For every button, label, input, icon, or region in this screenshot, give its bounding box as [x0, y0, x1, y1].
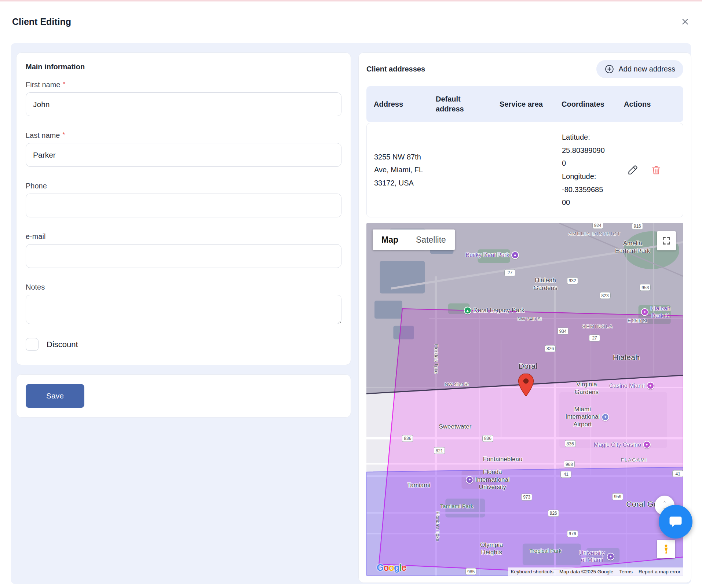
route-shield: 823 — [600, 292, 611, 299]
main-information-card: Main information First name* Last name* … — [16, 52, 351, 365]
client-editing-page: Client Editing Main information First na… — [0, 0, 702, 588]
first-name-label: First name* — [26, 81, 341, 89]
map-label: Fontainebleau — [483, 455, 523, 463]
discount-row: Discount — [26, 338, 341, 351]
address-cell: 3255 NW 87th Ave, Miami, FL 33172, USA — [367, 143, 429, 197]
page-title: Client Editing — [12, 16, 71, 27]
modal-header: Client Editing — [0, 1, 702, 42]
actions-cell — [617, 157, 683, 184]
delete-address-button[interactable] — [650, 164, 662, 176]
discount-label: Discount — [47, 340, 78, 349]
map-data-text: Map data ©2025 Google — [556, 567, 616, 576]
map-type-map-button[interactable]: Map — [373, 229, 407, 250]
route-shield: 821 — [434, 447, 445, 454]
keyboard-shortcuts-button[interactable]: Keyboard shortcuts — [508, 567, 556, 576]
map-label: Virginia Gardens — [575, 381, 599, 396]
last-name-label: Last name* — [26, 131, 341, 140]
map-type-satellite-button[interactable]: Satellite — [407, 229, 455, 250]
map-canvas[interactable]: AMELIA DISTRICTAmelia Earhart ParkBucky … — [366, 223, 683, 576]
map-label: Florida's Tpke — [433, 344, 439, 374]
edit-pencil-icon — [627, 164, 639, 176]
fullscreen-button[interactable] — [657, 231, 676, 250]
route-shield: 959 — [612, 493, 623, 500]
column-header-coordinates: Coordinates — [554, 96, 617, 113]
main-information-title: Main information — [26, 63, 341, 71]
route-shield: 934 — [557, 328, 568, 335]
map-label: Doral — [519, 361, 538, 371]
notes-textarea[interactable] — [26, 295, 341, 324]
map-label: Casino Miami✦ — [609, 382, 656, 390]
route-shield: 953 — [640, 284, 651, 291]
casino-poi-icon: ✦ — [647, 382, 654, 390]
route-shield: 973 — [521, 493, 532, 500]
client-addresses-card: Client addresses Add new address Address… — [358, 52, 691, 583]
save-button[interactable]: Save — [26, 384, 84, 408]
map-label: Tamiami Park — [440, 503, 474, 510]
route-shield: 41 — [672, 470, 683, 477]
pegman-button[interactable] — [657, 540, 675, 558]
park-poi-icon: ▲ — [464, 306, 471, 314]
save-card: Save — [16, 374, 351, 418]
route-shield: 836 — [482, 435, 493, 442]
plus-circle-icon — [604, 64, 614, 74]
route-shield: 41 — [560, 471, 571, 478]
address-row: 3255 NW 87th Ave, Miami, FL 33172, USA L… — [366, 123, 683, 217]
add-new-address-button[interactable]: Add new address — [596, 60, 683, 78]
map-label: E 25th St — [628, 318, 647, 324]
discount-checkbox[interactable] — [26, 338, 39, 351]
latitude-value: 25.803890900 — [562, 146, 605, 168]
phone-field-group: Phone — [26, 182, 341, 217]
map-label: Olympia Heights — [480, 541, 503, 556]
terms-link[interactable]: Terms — [616, 567, 636, 576]
park-poi-icon: ▲ — [511, 251, 519, 259]
route-shield: 968 — [564, 461, 575, 468]
addresses-table-header: Address Default address Service area Coo… — [366, 86, 683, 122]
column-header-default-address: Default address — [428, 91, 492, 118]
map-label: Coral Ga — [626, 499, 658, 508]
notes-label: Notes — [26, 283, 341, 291]
map-label: ▲Doral Legacy Park — [462, 306, 524, 314]
last-name-input[interactable] — [26, 143, 341, 167]
first-name-input[interactable] — [26, 92, 341, 116]
route-shield: 976 — [567, 530, 578, 537]
email-label: e-mail — [26, 232, 341, 241]
phone-input[interactable] — [26, 194, 341, 217]
chat-launcher-button[interactable] — [659, 505, 692, 539]
service-area-cell — [493, 163, 555, 177]
column-header-address: Address — [366, 96, 428, 113]
map-label: FLAGAMI — [621, 457, 647, 463]
map-label: ✦Florida International University — [464, 469, 510, 491]
map-label: SEMINOLA — [582, 324, 613, 330]
map-label: Miami International Airport✈ — [566, 406, 611, 429]
report-map-error-link[interactable]: Report a map error — [636, 567, 683, 576]
route-shield: 826 — [545, 345, 556, 352]
latitude-label: Latitude: — [562, 133, 590, 141]
fullscreen-icon — [662, 236, 671, 246]
map-label: NW 74th St — [518, 316, 542, 322]
airport-poi-icon: ✈ — [602, 414, 609, 421]
email-input[interactable] — [26, 244, 341, 268]
default-address-cell — [429, 163, 493, 177]
map-label: ✦Hialeah Park C — [639, 305, 670, 319]
longitude-value: -80.335968500 — [562, 185, 603, 207]
close-button[interactable] — [678, 14, 692, 29]
last-name-field-group: Last name* — [26, 131, 341, 167]
casino-poi-icon: ✦ — [641, 308, 649, 316]
email-field-group: e-mail — [26, 232, 341, 268]
route-shield: 27 — [504, 269, 515, 276]
map-label: Magic City Casino✦ — [594, 441, 652, 449]
chat-bubble-icon — [668, 514, 684, 530]
map-attribution: Keyboard shortcuts Map data ©2025 Google… — [508, 567, 683, 576]
route-shield: 932 — [567, 277, 578, 284]
column-header-service-area: Service area — [492, 96, 554, 113]
addresses-table: Address Default address Service area Coo… — [366, 86, 683, 217]
required-asterisk: * — [62, 131, 65, 138]
notes-field-group: Notes — [26, 283, 341, 326]
addresses-header: Client addresses Add new address — [366, 60, 683, 78]
university-poi-icon: ✦ — [466, 476, 474, 484]
edit-address-button[interactable] — [626, 164, 639, 176]
close-icon — [680, 17, 690, 26]
route-shield: 826 — [548, 510, 559, 517]
map-type-control: Map Satellite — [373, 229, 455, 250]
first-name-field-group: First name* — [26, 81, 341, 116]
